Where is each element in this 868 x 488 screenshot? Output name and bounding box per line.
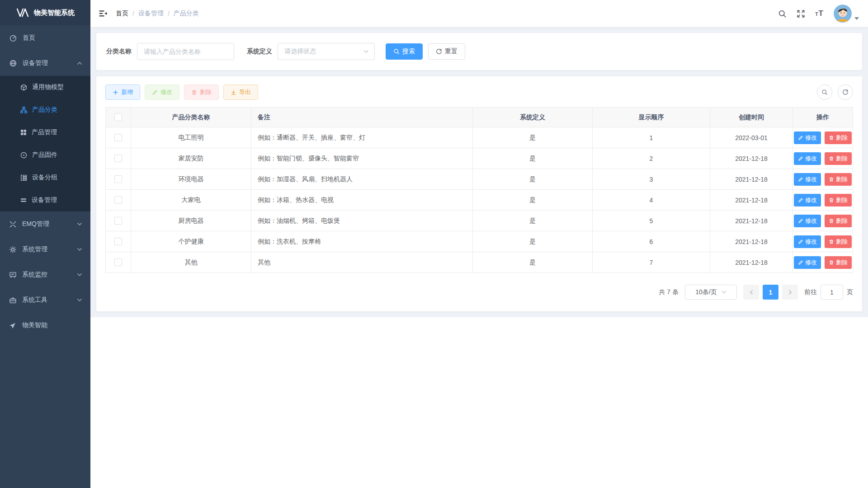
col-header-order: 显示顺序	[593, 108, 710, 127]
edit-button[interactable]: 修改	[145, 84, 179, 100]
row-edit-button[interactable]: 修改	[794, 215, 821, 227]
sidebar-item-device-manage[interactable]: 设备管理	[0, 51, 90, 76]
next-page-button[interactable]	[782, 285, 798, 300]
system-defined-select-placeholder: 请选择状态	[284, 47, 316, 56]
sidebar-item-product-manage[interactable]: 产品管理	[0, 121, 90, 144]
category-name-input[interactable]	[137, 43, 234, 60]
delete-button[interactable]: 删除	[184, 84, 219, 100]
edit-icon	[798, 239, 803, 244]
sidebar-item-emq-manage[interactable]: EMQ管理	[0, 211, 90, 237]
table-row[interactable]: 家居安防 例如：智能门锁、摄像头、智能窗帘 是 2 2021-12-18 修改	[106, 148, 853, 169]
row-delete-button[interactable]: 删除	[825, 131, 852, 144]
cell-created-time: 2021-12-18	[710, 252, 793, 273]
sidebar-item-device-manage-sub[interactable]: 设备管理	[0, 189, 90, 211]
sidebar-item-device-group[interactable]: 设备分组	[0, 166, 90, 189]
reset-button[interactable]: 重置	[428, 43, 465, 60]
breadcrumb-separator: /	[132, 10, 134, 17]
page-unit-label: 页	[847, 288, 853, 296]
sidebar-item-wumei-smart[interactable]: 物美智能	[0, 313, 90, 338]
row-delete-button[interactable]: 删除	[825, 173, 852, 186]
row-checkbox[interactable]	[114, 134, 122, 141]
table-row[interactable]: 大家电 例如：冰箱、热水器、电视 是 4 2021-12-18 修改	[106, 190, 853, 211]
refresh-icon	[842, 89, 849, 95]
row-edit-button[interactable]: 修改	[794, 194, 821, 206]
col-header-created: 创建时间	[710, 108, 793, 127]
sidebar-item-system-manage[interactable]: 系统管理	[0, 237, 90, 262]
refresh-icon	[436, 48, 442, 55]
col-header-name: 产品分类名称	[131, 108, 251, 127]
search-icon[interactable]	[778, 9, 787, 18]
row-delete-button[interactable]: 删除	[825, 256, 852, 269]
row-edit-button[interactable]: 修改	[794, 131, 821, 144]
fullscreen-icon[interactable]	[797, 9, 805, 18]
sidebar-item-home[interactable]: 首页	[0, 25, 90, 51]
row-checkbox[interactable]	[114, 258, 122, 266]
table-row[interactable]: 电工照明 例如：通断器、开关、插座、窗帘、灯 是 1 2022-03-01 修改	[106, 127, 853, 148]
table-row[interactable]: 厨房电器 例如：油烟机、烤箱、电饭煲 是 5 2021-12-18 修改	[106, 211, 853, 231]
toggle-search-button[interactable]	[817, 84, 832, 100]
logo[interactable]: 物美智能系统	[0, 0, 90, 25]
sidebar-item-product-firmware[interactable]: 产品固件	[0, 144, 90, 166]
breadcrumb: 首页 / 设备管理 / 产品分类	[116, 9, 199, 18]
edit-icon	[798, 197, 803, 203]
row-checkbox[interactable]	[114, 217, 122, 225]
sidebar-item-thing-model[interactable]: 通用物模型	[0, 76, 90, 99]
refresh-button[interactable]	[838, 84, 853, 100]
row-delete-button[interactable]: 删除	[825, 194, 852, 206]
prev-page-button[interactable]	[743, 285, 759, 300]
breadcrumb-separator: /	[168, 10, 170, 17]
sidebar-item-system-monitor[interactable]: 系统监控	[0, 262, 90, 287]
cell-system-defined: 是	[473, 231, 593, 252]
row-delete-button[interactable]: 删除	[825, 235, 852, 248]
hamburger-icon[interactable]	[99, 9, 108, 18]
plus-icon	[113, 89, 118, 95]
system-defined-label: 系统定义	[247, 47, 272, 56]
row-delete-button[interactable]: 删除	[825, 215, 852, 227]
search-form-card: 分类名称 系统定义 请选择状态 搜索	[96, 33, 863, 70]
table-row[interactable]: 其他 其他 是 7 2021-12-18 修改	[106, 252, 853, 273]
row-checkbox[interactable]	[114, 238, 122, 245]
breadcrumb-home[interactable]: 首页	[116, 9, 128, 18]
cell-remark: 例如：洗衣机、按摩椅	[251, 231, 473, 252]
font-size-icon[interactable]: TT	[815, 9, 824, 18]
navbar: 首页 / 设备管理 / 产品分类	[90, 0, 868, 27]
chevron-left-icon	[749, 290, 754, 295]
row-checkbox[interactable]	[114, 155, 122, 162]
goto-label: 前往	[804, 288, 817, 296]
cell-remark: 例如：通断器、开关、插座、窗帘、灯	[251, 127, 473, 148]
add-button[interactable]: 新增	[105, 84, 140, 100]
export-button[interactable]: 导出	[223, 84, 258, 100]
cell-category-name: 大家电	[131, 190, 251, 211]
search-button[interactable]: 搜索	[386, 43, 423, 60]
user-menu[interactable]	[834, 5, 859, 23]
avatar[interactable]	[834, 5, 852, 23]
edit-icon	[798, 135, 803, 141]
trash-icon	[829, 218, 834, 224]
sidebar: 物美智能系统 首页 设备管理	[0, 0, 90, 488]
cell-category-name: 家居安防	[131, 148, 251, 169]
goto-page-input[interactable]	[821, 285, 843, 300]
row-delete-button[interactable]: 删除	[825, 152, 852, 165]
row-edit-button[interactable]: 修改	[794, 173, 821, 186]
cell-display-order: 2	[593, 148, 710, 169]
sidebar-item-label: 系统监控	[22, 271, 77, 279]
breadcrumb-device-manage: 设备管理	[138, 9, 164, 18]
row-checkbox[interactable]	[114, 196, 122, 204]
row-edit-button[interactable]: 修改	[794, 235, 821, 248]
group-list-icon	[20, 174, 28, 182]
row-edit-button[interactable]: 修改	[794, 152, 821, 165]
table-row[interactable]: 个护健康 例如：洗衣机、按摩椅 是 6 2021-12-18 修改	[106, 231, 853, 252]
system-defined-select[interactable]: 请选择状态	[278, 43, 375, 60]
sidebar-item-product-category[interactable]: 产品分类	[0, 99, 90, 121]
sidebar-item-label: 设备分组	[32, 174, 82, 182]
page-number-button[interactable]: 1	[763, 285, 778, 300]
table-row[interactable]: 环境电器 例如：加湿器、风扇、扫地机器人 是 3 2021-12-18 修改	[106, 169, 853, 190]
trash-icon	[829, 197, 834, 203]
sidebar-item-system-tool[interactable]: 系统工具	[0, 287, 90, 313]
toolbar: 新增 修改 删除 导出	[105, 84, 853, 100]
row-checkbox[interactable]	[114, 175, 122, 183]
row-edit-button[interactable]: 修改	[794, 256, 821, 269]
cell-system-defined: 是	[473, 252, 593, 273]
page-size-select[interactable]: 10条/页	[685, 285, 737, 300]
select-all-checkbox[interactable]	[114, 113, 122, 121]
